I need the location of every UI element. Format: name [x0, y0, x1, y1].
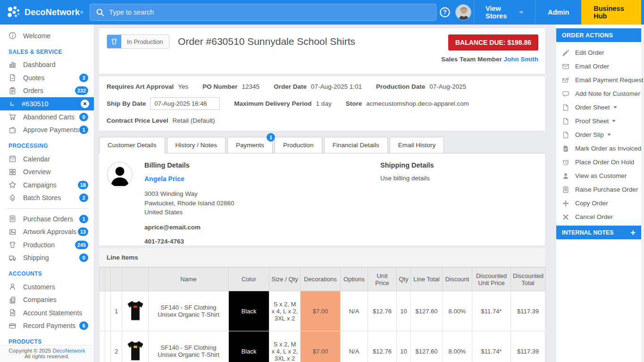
page-icon: [562, 118, 569, 125]
sidebar-item-account-statements[interactable]: Account Statements: [0, 306, 94, 320]
search-input[interactable]: [109, 8, 430, 16]
sidebar-item-shipping[interactable]: Shipping 0: [0, 252, 94, 265]
action-add-note-for-customer[interactable]: Add Note for Customer: [556, 87, 641, 101]
decorations-cell[interactable]: $7.00: [301, 291, 341, 331]
product-thumbnail[interactable]: [122, 291, 149, 331]
sidebar-item-current-order[interactable]: #630510 ×: [0, 97, 94, 110]
sidebar-section-sales-service: SALES & SERVICE: [8, 49, 94, 55]
dropdown-caret-icon: [613, 106, 617, 109]
tab-customer-details[interactable]: Customer Details: [99, 137, 165, 153]
sidebar-item-quotes[interactable]: Quotes 3: [0, 71, 94, 84]
shirt-icon: [8, 241, 17, 249]
action-place-order-on-hold[interactable]: Place Order On Hold: [556, 155, 641, 169]
sidebar-item-production[interactable]: Production 245: [0, 238, 94, 252]
sidebar-item-calendar[interactable]: 17 Calendar: [0, 152, 94, 166]
brand-logo-block[interactable]: DecoNetwork ®: [0, 0, 90, 25]
tab-production[interactable]: Production: [275, 137, 322, 153]
close-order-tab-icon[interactable]: ×: [81, 100, 89, 108]
add-note-icon[interactable]: +: [630, 228, 636, 237]
field-label: Contract Price Level: [107, 117, 168, 124]
search-box[interactable]: [90, 4, 436, 21]
sidebar-item-campaigns[interactable]: Campaigns 18: [0, 178, 94, 192]
sidebar-item-overview[interactable]: Overview: [0, 166, 94, 179]
action-raise-purchase-order[interactable]: Raise Purchase Order: [556, 183, 641, 196]
sidebar-item-welcome[interactable]: Welcome: [0, 29, 94, 42]
sidebar-item-label: Calendar: [23, 155, 50, 163]
sidebar-section-accounts: ACCOUNTS: [8, 270, 94, 277]
sidebar-item-companies[interactable]: Companies: [0, 294, 94, 307]
action-order-slip[interactable]: Order Slip: [556, 128, 641, 142]
tab-email-history[interactable]: Email History: [390, 137, 444, 153]
sidebar-item-label: Customers: [23, 283, 55, 291]
action-label: Raise Purchase Order: [575, 186, 638, 193]
user-menu-button[interactable]: [453, 0, 474, 25]
balance-due-button[interactable]: BALANCE DUE: $198.86: [448, 34, 538, 51]
action-label: Proof Sheet: [575, 118, 609, 125]
action-mark-order-as-invoiced[interactable]: Mark Order as Invoiced: [556, 142, 641, 155]
action-edit-order[interactable]: Edit Order: [556, 46, 641, 59]
help-button[interactable]: ?: [436, 0, 453, 25]
action-label: Place Order On Hold: [575, 159, 634, 166]
order-status-badge[interactable]: In Production: [107, 34, 169, 49]
tab-history-notes[interactable]: History / Notes: [167, 137, 226, 153]
sidebar-item-orders[interactable]: Orders 232: [0, 84, 94, 98]
wallet-icon: [8, 126, 17, 134]
sidebar-item-record-payments[interactable]: Record Payments 6: [0, 320, 94, 333]
search-icon: [96, 8, 104, 17]
tab-label: Financial Details: [333, 142, 379, 149]
sidebar-item-label: Welcome: [23, 32, 50, 40]
action-email-order[interactable]: Email Order: [556, 59, 641, 73]
business-hub-button[interactable]: Business Hub: [581, 0, 641, 25]
avatar: [455, 4, 471, 20]
action-copy-order[interactable]: Copy Order: [556, 196, 641, 210]
field-value: 12345: [242, 83, 260, 90]
sales-team-member-link[interactable]: John Smith: [504, 56, 539, 63]
col-header-discounted-unit-price: Discounted Unit Price: [472, 268, 511, 291]
sidebar-item-batch-stores[interactable]: Batch Stores 2: [0, 192, 94, 205]
ship-by-date-input[interactable]: [150, 97, 220, 110]
sidebar-item-abandoned-carts[interactable]: Abandoned Carts 0: [0, 110, 94, 124]
sidebar-item-dashboard[interactable]: Dashboard: [0, 59, 94, 72]
production-badge: 245: [75, 241, 88, 249]
col-header-options: Options: [341, 268, 368, 291]
decorations-cell[interactable]: $7.00: [301, 331, 341, 362]
sidebar-footer: Copyright © 2025 DecoNetwork All rights …: [0, 345, 94, 362]
deconetwork-footer-link[interactable]: DecoNetwork: [52, 348, 85, 354]
product-thumbnail[interactable]: [122, 331, 149, 362]
action-cancel-order[interactable]: Cancel Order: [556, 210, 641, 224]
statement-icon: [8, 309, 17, 317]
row-handle-cell: [100, 331, 105, 362]
sidebar-item-purchase-orders[interactable]: Purchase Orders 1: [0, 212, 94, 226]
svg-text:$: $: [568, 77, 569, 80]
color-cell: Black: [229, 291, 269, 331]
scrollbar-track[interactable]: [641, 25, 644, 362]
field-label: Order Date: [274, 83, 307, 90]
line-items-section-title: Line Items: [99, 248, 545, 267]
sidebar-nav: Welcome SALES & SERVICE Dashboard Quotes…: [0, 25, 94, 345]
sidebar-item-customers[interactable]: Customers: [0, 280, 94, 294]
action-order-sheet[interactable]: Order Sheet: [556, 101, 641, 114]
action-email-payment-request[interactable]: $ Email Payment Request: [556, 73, 641, 87]
cart-icon: [8, 113, 17, 121]
action-proof-sheet[interactable]: Proof Sheet: [556, 114, 641, 128]
tab-financial-details[interactable]: Financial Details: [324, 137, 388, 153]
field-value: acmecustomshop.deco-apparel.com: [366, 100, 469, 107]
admin-button[interactable]: Admin: [535, 0, 581, 25]
customer-phone: 401-724-4763: [144, 238, 333, 245]
tab-payments[interactable]: Payments 1: [227, 137, 273, 153]
view-stores-button[interactable]: View Stores: [474, 0, 535, 25]
topbar-right: ? View Stores A: [436, 0, 644, 25]
table-header-row: Name Color Size / Qty Decorations Option…: [100, 268, 545, 291]
tab-label: Email History: [398, 142, 436, 149]
shipping-value: Use billing details: [380, 175, 434, 182]
col-header-size-qty: Size / Qty: [269, 268, 301, 291]
col-header-line-total: Line Total: [411, 268, 443, 291]
sidebar-item-artwork-approvals[interactable]: Artwork Approvals 13: [0, 226, 94, 239]
card-icon: [8, 322, 17, 330]
customer-name-link[interactable]: Angela Price: [144, 175, 184, 183]
discounted-unit-price-cell: $11.74*: [472, 291, 511, 331]
action-view-as-customer[interactable]: View as Customer: [556, 169, 641, 183]
sidebar-item-approve-payments[interactable]: Approve Payments 1: [0, 124, 94, 137]
table-row: 2 SF140 - SF Clothing Unisex Organic T-S…: [100, 331, 545, 362]
internal-notes-header[interactable]: INTERNAL NOTES +: [556, 226, 641, 239]
